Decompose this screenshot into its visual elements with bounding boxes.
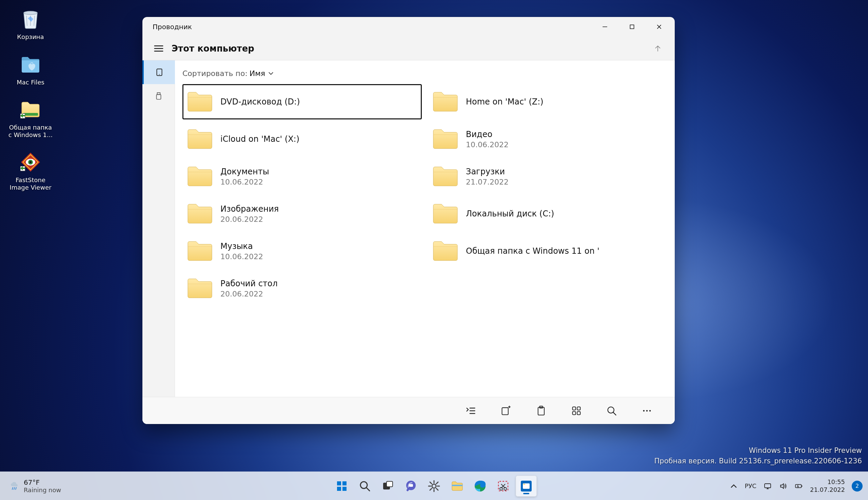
usb-drive-icon [154,92,163,100]
svg-rect-26 [337,481,341,486]
file-item-date: 20.06.2022 [220,215,279,224]
file-item-name: Общая папка с Windows 11 on ' [466,246,600,256]
file-item[interactable]: Музыка 10.06.2022 [182,234,422,269]
desktop-icon-recycle-bin[interactable]: Корзина [7,7,54,41]
folder-icon [186,128,213,150]
up-button[interactable] [651,42,664,55]
svg-point-25 [649,410,651,411]
sort-bar[interactable]: Сортировать по: Имя [182,67,667,80]
titlebar[interactable]: Проводник [142,17,675,37]
select-all-button[interactable] [463,403,478,418]
folder-icon [432,91,459,113]
svg-rect-45 [801,486,802,487]
desktop-icon-label: Общая папка с Windows 1... [7,124,54,138]
file-item[interactable]: Общая папка с Windows 11 on ' [428,234,667,269]
new-folder-button[interactable] [498,403,513,418]
search-button[interactable] [604,403,619,418]
svg-rect-43 [765,484,771,488]
network-icon[interactable] [763,482,772,490]
close-button[interactable] [646,17,673,37]
clock-time: 10:55 [827,478,845,486]
weather-rain-icon [10,481,19,491]
file-item[interactable]: iCloud on 'Mac' (X:) [182,122,422,157]
svg-point-24 [646,410,648,411]
svg-rect-14 [156,95,161,99]
desktop-icon-mac-files[interactable]: Mac Files [7,52,54,86]
tray-chevron-up-button[interactable] [729,482,738,490]
file-item[interactable]: Рабочий стол 20.06.2022 [182,271,422,306]
file-item-name: Музыка [220,241,263,251]
window-title: Проводник [153,23,192,31]
sort-label: Сортировать по: [182,69,247,78]
bottom-toolbar [142,397,675,424]
taskbar-weather[interactable]: 67°F Raining now [10,478,61,494]
start-button[interactable] [331,476,352,497]
minimize-button[interactable] [591,17,618,37]
volume-icon[interactable] [779,482,788,490]
edge-icon [473,479,487,493]
file-item-date: 10.06.2022 [220,252,263,261]
paste-button[interactable] [534,403,548,418]
file-item-name: Документы [220,167,269,177]
snipping-tool-button[interactable] [493,476,514,497]
desktop-icon-label: Корзина [17,33,44,41]
svg-rect-21 [577,411,580,414]
gear-icon [427,479,441,493]
file-item[interactable]: DVD-дисковод (D:) [182,84,422,120]
folder-icon [432,240,459,262]
file-grid: DVD-дисковод (D:) Home on 'Mac' (Z:) iCl… [182,84,667,306]
svg-rect-27 [343,481,347,486]
battery-icon[interactable] [795,482,803,490]
svg-rect-15 [502,407,508,414]
svg-rect-10 [630,25,634,29]
task-view-button[interactable] [378,476,398,497]
main-content: Сортировать по: Имя DVD-дисковод (D:) Ho… [175,60,675,397]
folder-icon [186,277,213,299]
edge-button[interactable] [470,476,490,497]
faststone-icon [20,151,42,173]
language-indicator[interactable]: РУС [745,482,756,489]
svg-rect-19 [577,407,580,410]
folder-icon [432,128,459,150]
folder-icon [450,479,464,493]
explorer-app-icon [519,479,533,493]
folder-icon [432,203,459,225]
watermark: Windows 11 Pro Insider Preview Пробная в… [655,445,862,466]
chat-button[interactable] [401,476,421,497]
file-item-name: Home on 'Mac' (Z:) [466,97,544,106]
task-view-icon [381,479,395,493]
svg-rect-20 [573,411,576,414]
notification-badge[interactable]: 2 [852,481,863,491]
more-button[interactable] [639,403,655,418]
folder-icon [432,165,459,188]
svg-rect-2 [23,113,38,116]
file-item[interactable]: Локальный диск (C:) [428,196,667,231]
desktop-icon-shared-folder[interactable]: Общая папка с Windows 1... [7,97,54,138]
file-item[interactable]: Home on 'Mac' (Z:) [428,84,667,120]
taskbar-search-button[interactable] [354,476,375,497]
file-item-date: 10.06.2022 [220,178,269,186]
view-grid-button[interactable] [569,403,584,418]
file-explorer-button[interactable] [447,476,467,497]
file-item[interactable]: Изображения 20.06.2022 [182,196,422,231]
sidebar-drives-button[interactable] [142,84,175,108]
svg-point-8 [30,161,32,163]
folder-icon [186,240,213,262]
mac-folder-icon [20,54,42,75]
file-item-name: DVD-дисковод (D:) [220,97,300,106]
clock[interactable]: 10:55 21.07.2022 [810,478,845,493]
settings-button[interactable] [424,476,444,497]
location-breadcrumb[interactable]: Этот компьютер [172,43,651,54]
sidebar-this-pc-button[interactable] [142,60,175,84]
maximize-button[interactable] [618,17,646,37]
hamburger-menu-button[interactable] [149,37,169,60]
file-item[interactable]: Видео 10.06.2022 [428,122,667,157]
file-explorer-running-button[interactable] [516,476,537,497]
desktop-icon-faststone[interactable]: FastStone Image Viewer [7,150,54,191]
chevron-down-icon [268,70,274,76]
svg-rect-28 [337,487,341,491]
file-item-date: 10.06.2022 [466,140,509,149]
file-item[interactable]: Загрузки 21.07.2022 [428,159,667,194]
file-item[interactable]: Документы 10.06.2022 [182,159,422,194]
shared-folder-icon [20,99,42,121]
